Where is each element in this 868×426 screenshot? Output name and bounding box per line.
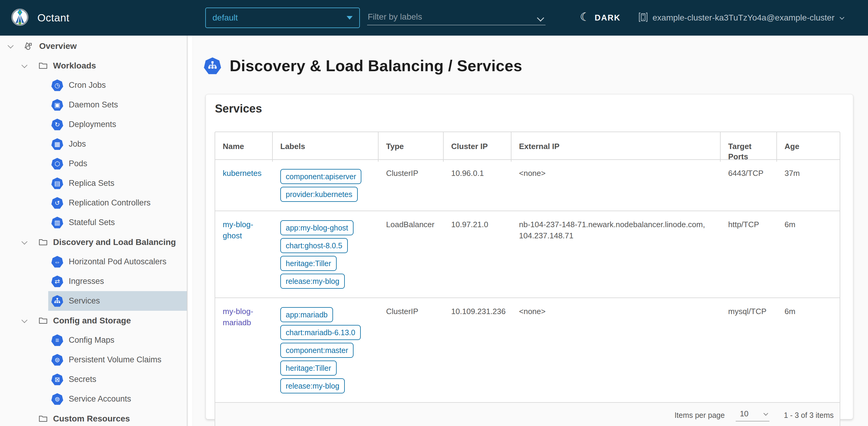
sidebar-item-label: Stateful Sets — [69, 218, 115, 227]
app-title: Octant — [37, 12, 69, 24]
sidebar-scrollbar[interactable] — [188, 36, 193, 426]
chevron-down-icon — [537, 14, 544, 22]
services-icon — [51, 295, 63, 307]
label-pill[interactable]: chart:ghost-8.0.5 — [280, 238, 348, 253]
cell-name: my-blog-ghost — [215, 211, 273, 297]
cell-type: ClusterIP — [378, 160, 444, 210]
replication-controllers-icon: ↺ — [51, 197, 63, 209]
config-maps-icon: ≡ — [51, 334, 63, 346]
sidebar-item-overview[interactable]: Overview — [0, 36, 187, 56]
table-body: kubernetescomponent:apiserverprovider:ku… — [215, 160, 840, 403]
sidebar-item-service-accounts[interactable]: ⊚Service Accounts — [0, 389, 187, 409]
persistent-volume-claims-icon: ⊜ — [51, 354, 63, 366]
label-pill[interactable]: app:my-blog-ghost — [280, 220, 353, 235]
namespace-select[interactable]: default — [205, 7, 360, 28]
cell-cluster-ip: 10.109.231.236 — [444, 298, 512, 402]
chevron-down-icon[interactable] — [6, 44, 14, 48]
column-header-external-ip: External IP — [512, 132, 721, 162]
sidebar-item-custom-resources[interactable]: Custom Resources — [0, 409, 187, 426]
sidebar-item-label: Service Accounts — [69, 394, 131, 404]
service-link[interactable]: kubernetes — [223, 169, 261, 178]
sidebar-item-label: Replica Sets — [69, 179, 115, 188]
sidebar-item-label: Persistent Volume Claims — [69, 355, 161, 365]
replica-sets-icon: ▤ — [51, 177, 63, 190]
dark-mode-toggle[interactable]: ☾ DARK — [580, 0, 621, 36]
sidebar-item-daemon-sets[interactable]: ▣Daemon Sets — [0, 95, 187, 115]
sidebar-item-replication-controllers[interactable]: ↺Replication Controllers — [0, 193, 187, 213]
sidebar-item-label: Cron Jobs — [69, 81, 106, 90]
sidebar-item-label: Pods — [69, 159, 87, 168]
sidebar-item-ingresses[interactable]: ⇄Ingresses — [0, 272, 187, 291]
chevron-down-icon[interactable] — [20, 319, 28, 323]
label-pill[interactable]: release:my-blog — [280, 378, 345, 393]
label-filter-input[interactable]: Filter by labels — [367, 10, 546, 25]
table-footer: Items per page 10 1 - 3 of 3 items — [215, 403, 840, 426]
column-header-target-ports: Target Ports — [721, 132, 777, 162]
cell-labels: app:my-blog-ghostchart:ghost-8.0.5herita… — [273, 211, 378, 297]
moon-icon: ☾ — [580, 11, 590, 23]
sidebar-item-horizontal-pod-autoscalers[interactable]: ⇔Horizontal Pod Autoscalers — [0, 252, 187, 272]
overview-icon — [23, 41, 33, 51]
sidebar-item-secrets[interactable]: ⊠Secrets — [0, 370, 187, 389]
items-per-page-value: 10 — [740, 409, 749, 419]
label-filter-placeholder: Filter by labels — [368, 12, 422, 22]
sidebar-item-label: Daemon Sets — [69, 100, 118, 110]
cell-external-ip: nb-104-237-148-71.newark.nodebalancer.li… — [512, 211, 721, 297]
service-link[interactable]: my-blog-mariadb — [223, 307, 253, 327]
sidebar-item-label: Services — [69, 296, 100, 306]
sidebar-item-workloads[interactable]: Workloads — [0, 56, 187, 76]
chevron-down-icon[interactable] — [20, 240, 28, 245]
label-pill[interactable]: heritage:Tiller — [280, 361, 337, 376]
cell-target-ports: mysql/TCP — [721, 298, 777, 402]
table-row-my-blog-mariadb: my-blog-mariadbapp:mariadbchart:mariadb-… — [215, 298, 840, 403]
cell-type: LoadBalancer — [378, 211, 444, 297]
sidebar-nav: OverviewWorkloads◷Cron Jobs▣Daemon Sets↻… — [0, 36, 187, 426]
jobs-icon: ▦ — [51, 138, 63, 150]
label-pill[interactable]: chart:mariadb-6.13.0 — [280, 325, 361, 340]
cell-target-ports: http/TCP — [721, 211, 777, 297]
namespace-select-value: default — [213, 13, 238, 23]
label-pill[interactable]: heritage:Tiller — [280, 256, 337, 271]
sidebar-item-persistent-volume-claims[interactable]: ⊜Persistent Volume Claims — [0, 350, 187, 370]
cell-type: ClusterIP — [378, 298, 444, 402]
sidebar-item-replica-sets[interactable]: ▤Replica Sets — [0, 173, 187, 193]
label-pill[interactable]: component:apiserver — [280, 169, 361, 184]
sidebar-item-discovery-and-load-balancing[interactable]: Discovery and Load Balancing — [0, 232, 187, 252]
chevron-down-icon — [840, 15, 844, 20]
cell-target-ports: 6443/TCP — [721, 160, 777, 210]
sidebar-item-config-maps[interactable]: ≡Config Maps — [0, 330, 187, 350]
service-accounts-icon: ⊚ — [51, 393, 63, 405]
cluster-selector[interactable]: example-cluster-ka3TuTzYo4a@example-clus… — [638, 0, 843, 36]
secrets-icon: ⊠ — [51, 373, 63, 386]
services-table: NameLabelsTypeCluster IPExternal IPTarge… — [215, 132, 840, 426]
sidebar-item-label: Custom Resources — [53, 414, 130, 424]
label-pill[interactable]: app:mariadb — [280, 307, 333, 322]
column-header-name: Name — [215, 132, 273, 162]
sidebar-item-label: Config and Storage — [53, 316, 131, 325]
label-pill[interactable]: component:master — [280, 343, 353, 358]
sidebar-item-config-and-storage[interactable]: Config and Storage — [0, 311, 187, 330]
services-card: Services NameLabelsTypeCluster IPExterna… — [206, 94, 853, 419]
column-header-labels: Labels — [273, 132, 378, 162]
cell-labels: component:apiserverprovider:kubernetes — [273, 160, 378, 210]
cell-age: 37m — [777, 160, 840, 210]
items-per-page-select[interactable]: 10 — [736, 409, 770, 422]
sidebar-item-stateful-sets[interactable]: ▥Stateful Sets — [0, 213, 187, 232]
sidebar-item-jobs[interactable]: ▦Jobs — [0, 134, 187, 154]
sidebar-item-label: Secrets — [69, 375, 96, 384]
sidebar-item-deployments[interactable]: ↻Deployments — [0, 115, 187, 134]
chevron-down-icon — [764, 411, 768, 416]
label-pill[interactable]: release:my-blog — [280, 274, 345, 289]
caret-down-icon — [347, 16, 352, 20]
sidebar-item-label: Overview — [39, 41, 77, 51]
dark-mode-label: DARK — [595, 13, 621, 23]
column-header-cluster-ip: Cluster IP — [444, 132, 512, 162]
sidebar-item-cron-jobs[interactable]: ◷Cron Jobs — [0, 76, 187, 95]
sidebar-item-services[interactable]: Services — [0, 291, 187, 311]
label-pill[interactable]: provider:kubernetes — [280, 187, 358, 202]
service-link[interactable]: my-blog-ghost — [223, 220, 253, 240]
app-header: Octant default Filter by labels ☾ DARK e… — [0, 0, 868, 36]
page-title: Discovery & Load Balancing / Services — [230, 57, 522, 75]
sidebar-item-pods[interactable]: ⬡Pods — [0, 154, 187, 173]
chevron-down-icon[interactable] — [20, 64, 28, 68]
